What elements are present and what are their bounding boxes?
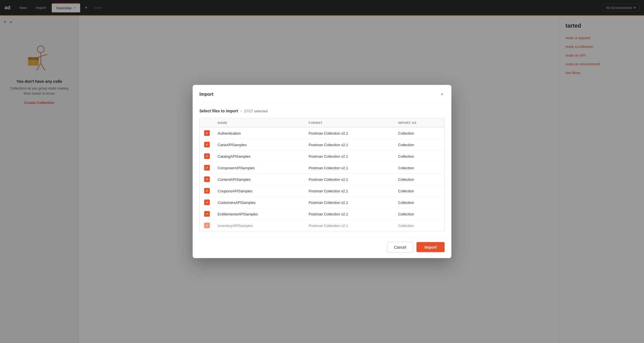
row-import-as: Collection bbox=[394, 208, 444, 220]
import-table-wrapper[interactable]: NAME FORMAT IMPORT AS AuthenticationPost… bbox=[199, 118, 445, 231]
row-name: CustomersAPISamples bbox=[213, 197, 304, 208]
select-files-label: Select files to import bbox=[199, 109, 238, 113]
table-row: ComposerAPISamplesPostman Collection v2.… bbox=[200, 162, 444, 173]
row-format: Postman Collection v2.1 bbox=[304, 173, 393, 185]
row-format: Postman Collection v2.1 bbox=[304, 208, 393, 220]
row-format: Postman Collection v2.1 bbox=[304, 127, 393, 139]
row-name: InventoryAPISamples bbox=[213, 220, 304, 231]
row-format: Postman Collection v2.1 bbox=[304, 162, 393, 173]
checkbox-checked-icon[interactable] bbox=[204, 200, 210, 205]
checkbox-checked-icon[interactable] bbox=[204, 142, 210, 148]
name-column-header: NAME bbox=[213, 118, 304, 128]
checkbox-checked-icon[interactable] bbox=[204, 211, 210, 217]
table-row: CatalogAPISamplesPostman Collection v2.1… bbox=[200, 150, 444, 162]
row-checkbox-cell bbox=[200, 162, 213, 173]
row-name: EntitlementsAPISamples bbox=[213, 208, 304, 220]
row-checkbox-cell bbox=[200, 173, 213, 185]
row-format: Postman Collection v2.1 bbox=[304, 220, 393, 231]
row-import-as: Collection bbox=[394, 220, 444, 231]
modal-close-button[interactable]: × bbox=[439, 91, 445, 98]
row-import-as: Collection bbox=[394, 173, 444, 185]
table-row: CartsAPISamplesPostman Collection v2.1Co… bbox=[200, 139, 444, 150]
cancel-button[interactable]: Cancel bbox=[387, 242, 413, 253]
row-import-as: Collection bbox=[394, 197, 444, 208]
table-row: EntitlementsAPISamplesPostman Collection… bbox=[200, 208, 444, 220]
checkbox-checked-icon[interactable] bbox=[204, 223, 210, 228]
row-checkbox-cell bbox=[200, 208, 213, 220]
row-import-as: Collection bbox=[394, 139, 444, 150]
import-button-modal[interactable]: Import bbox=[416, 242, 445, 252]
row-name: CatalogAPISamples bbox=[213, 150, 304, 162]
modal-body: Select files to import · 17/17 selected … bbox=[193, 103, 451, 237]
row-format: Postman Collection v2.1 bbox=[304, 197, 393, 208]
select-files-header: Select files to import · 17/17 selected bbox=[199, 108, 445, 113]
row-checkbox-cell bbox=[200, 220, 213, 231]
checkbox-checked-icon[interactable] bbox=[204, 188, 210, 194]
checkbox-column-header bbox=[200, 118, 213, 128]
checkbox-checked-icon[interactable] bbox=[204, 165, 210, 171]
modal-footer: Cancel Import bbox=[193, 237, 451, 258]
row-import-as: Collection bbox=[394, 162, 444, 173]
row-name: CartsAPISamples bbox=[213, 139, 304, 150]
row-name: Authentication bbox=[213, 127, 304, 139]
checkbox-checked-icon[interactable] bbox=[204, 153, 210, 159]
modal-title: Import bbox=[199, 92, 213, 97]
checkbox-checked-icon[interactable] bbox=[204, 177, 210, 182]
table-row: AuthenticationPostman Collection v2.1Col… bbox=[200, 127, 444, 139]
row-checkbox-cell bbox=[200, 150, 213, 162]
row-format: Postman Collection v2.1 bbox=[304, 150, 393, 162]
import-table: NAME FORMAT IMPORT AS AuthenticationPost… bbox=[200, 118, 444, 231]
row-import-as: Collection bbox=[394, 185, 444, 197]
table-row: CustomersAPISamplesPostman Collection v2… bbox=[200, 197, 444, 208]
row-import-as: Collection bbox=[394, 150, 444, 162]
row-checkbox-cell bbox=[200, 197, 213, 208]
row-import-as: Collection bbox=[394, 127, 444, 139]
row-name: ContentAPISamples bbox=[213, 173, 304, 185]
import-modal: Import × Select files to import · 17/17 … bbox=[193, 85, 451, 258]
table-row: InventoryAPISamplesPostman Collection v2… bbox=[200, 220, 444, 231]
row-checkbox-cell bbox=[200, 139, 213, 150]
selected-count: 17/17 selected bbox=[244, 109, 268, 113]
row-format: Postman Collection v2.1 bbox=[304, 139, 393, 150]
row-name: ComposerAPISamples bbox=[213, 162, 304, 173]
modal-header: Import × bbox=[193, 85, 451, 103]
checkbox-checked-icon[interactable] bbox=[204, 130, 210, 136]
import-as-column-header: IMPORT AS bbox=[394, 118, 444, 128]
separator: · bbox=[240, 108, 242, 113]
table-row: ContentAPISamplesPostman Collection v2.1… bbox=[200, 173, 444, 185]
table-header-row: NAME FORMAT IMPORT AS bbox=[200, 118, 444, 128]
row-name: CouponsAPISamples bbox=[213, 185, 304, 197]
format-column-header: FORMAT bbox=[304, 118, 393, 128]
row-format: Postman Collection v2.1 bbox=[304, 185, 393, 197]
row-checkbox-cell bbox=[200, 127, 213, 139]
table-row: CouponsAPISamplesPostman Collection v2.1… bbox=[200, 185, 444, 197]
row-checkbox-cell bbox=[200, 185, 213, 197]
